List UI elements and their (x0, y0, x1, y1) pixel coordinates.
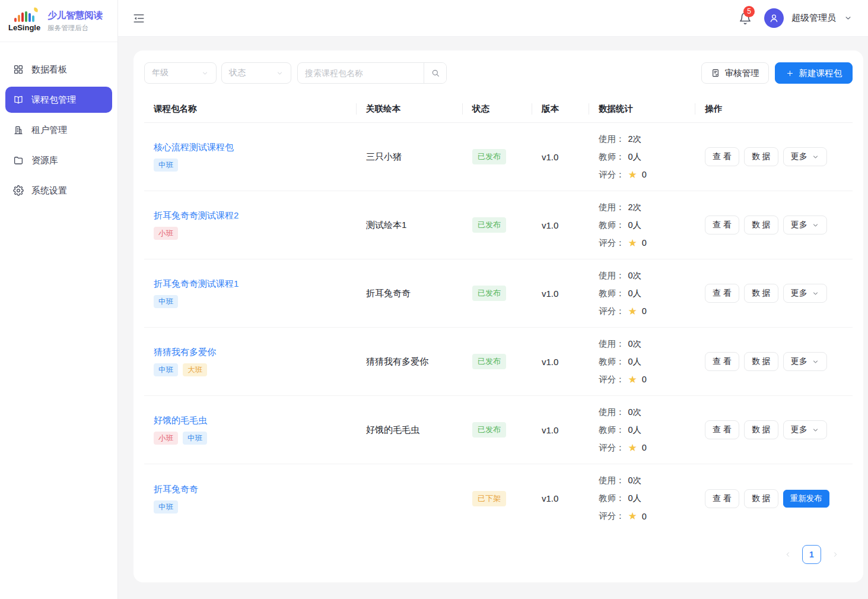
teachers-value: 0人 (628, 424, 642, 436)
row-actions: 查 看数 据更多 (695, 420, 853, 439)
sidebar: LeSingle 少儿智慧阅读 服务管理后台 数据看板课程包管理租户管理资源库系… (0, 0, 118, 599)
package-name-link[interactable]: 折耳兔奇奇 (154, 484, 198, 495)
more-button[interactable]: 更多 (783, 420, 827, 439)
audit-icon (711, 68, 720, 78)
sidebar-item-label: 租户管理 (31, 125, 67, 136)
grade-tag: 中班 (154, 363, 178, 376)
data-button[interactable]: 数 据 (744, 147, 778, 166)
teachers-value: 0人 (628, 356, 642, 367)
related-book-cell: 好饿的毛毛虫 (357, 424, 463, 436)
republish-button[interactable]: 重新发布 (783, 490, 829, 508)
grade-tag: 小班 (154, 432, 178, 445)
view-button[interactable]: 查 看 (705, 215, 739, 234)
more-button[interactable]: 更多 (783, 147, 827, 166)
view-button[interactable]: 查 看 (705, 352, 739, 371)
chevron-down-icon[interactable] (844, 14, 853, 23)
grade-tag: 中班 (154, 295, 178, 308)
status-cell: 已发布 (463, 422, 532, 438)
sidebar-item-dashboard[interactable]: 数据看板 (5, 56, 112, 83)
row-actions: 查 看数 据更多 (695, 284, 853, 303)
sidebar-item-resources[interactable]: 资源库 (5, 147, 112, 173)
data-button[interactable]: 数 据 (744, 352, 778, 371)
grade-tags: 小班 (154, 227, 347, 240)
view-button[interactable]: 查 看 (705, 420, 739, 439)
menu-fold-icon[interactable] (132, 12, 145, 25)
status-select-label: 状态 (229, 68, 246, 78)
notification-bell-icon[interactable]: 5 (739, 12, 752, 25)
grade-select[interactable]: 年级 (144, 62, 217, 84)
table-row: 猜猜我有多爱你中班大班猜猜我有多爱你已发布v1.0使用：0次教师：0人评分：★0… (144, 328, 853, 396)
version-cell: v1.0 (532, 493, 589, 503)
lesingle-logo-icon: LeSingle (8, 10, 40, 32)
more-button[interactable]: 更多 (783, 352, 827, 371)
grade-tag: 中班 (183, 432, 207, 445)
stats-cell: 使用：0次教师：0人评分：★0 (589, 472, 695, 525)
sidebar-item-label: 数据看板 (31, 64, 67, 75)
data-button[interactable]: 数 据 (744, 489, 778, 508)
review-management-button[interactable]: 审核管理 (701, 62, 769, 84)
avatar[interactable] (764, 8, 784, 28)
prev-page-button[interactable] (779, 546, 797, 563)
data-button[interactable]: 数 据 (744, 284, 778, 303)
page-number-button[interactable]: 1 (802, 545, 821, 564)
search-button[interactable] (424, 63, 446, 83)
related-book-cell: 折耳兔奇奇 (357, 288, 463, 299)
sidebar-item-course-packages[interactable]: 课程包管理 (5, 87, 112, 113)
plus-icon (786, 69, 794, 78)
status-badge: 已发布 (472, 354, 506, 369)
package-name-link[interactable]: 折耳兔奇奇测试课程1 (154, 278, 239, 290)
grade-tags: 中班 (154, 159, 347, 172)
more-button[interactable]: 更多 (783, 284, 827, 303)
search-input[interactable] (298, 63, 424, 83)
username[interactable]: 超级管理员 (791, 12, 836, 24)
package-name-link[interactable]: 折耳兔奇奇测试课程2 (154, 210, 239, 221)
content: 年级 状态 审核管理 新建课程包 (118, 37, 868, 599)
version-cell: v1.0 (532, 357, 589, 367)
sidebar-item-settings[interactable]: 系统设置 (5, 178, 112, 204)
status-select[interactable]: 状态 (221, 62, 291, 84)
view-button[interactable]: 查 看 (705, 489, 739, 508)
related-book-cell: 猜猜我有多爱你 (357, 356, 463, 367)
brand-logo-text: LeSingle (8, 23, 40, 32)
version-cell: v1.0 (532, 152, 589, 162)
create-package-button[interactable]: 新建课程包 (775, 62, 853, 84)
package-name-link[interactable]: 好饿的毛毛虫 (154, 415, 207, 426)
review-button-label: 审核管理 (725, 68, 759, 79)
grade-tag: 小班 (154, 227, 178, 240)
row-actions: 查 看数 据更多 (695, 215, 853, 234)
rating-value: 0 (642, 170, 647, 179)
package-name-link[interactable]: 猜猜我有多爱你 (154, 347, 216, 358)
related-book-cell: 三只小猪 (357, 151, 463, 163)
column-header: 版本 (532, 95, 589, 122)
next-page-button[interactable] (826, 546, 844, 563)
grade-tag: 大班 (183, 363, 207, 376)
version-cell: v1.0 (532, 425, 589, 435)
more-button[interactable]: 更多 (783, 215, 827, 234)
row-actions: 查 看数 据更多 (695, 147, 853, 166)
filter-bar: 年级 状态 审核管理 新建课程包 (144, 62, 853, 84)
view-button[interactable]: 查 看 (705, 284, 739, 303)
stats-cell: 使用：0次教师：0人评分：★0 (589, 335, 695, 388)
status-cell: 已下架 (463, 491, 532, 506)
view-button[interactable]: 查 看 (705, 147, 739, 166)
version-cell: v1.0 (532, 220, 589, 230)
data-button[interactable]: 数 据 (744, 420, 778, 439)
data-button[interactable]: 数 据 (744, 215, 778, 234)
grade-tag: 中班 (154, 159, 178, 172)
status-badge: 已发布 (472, 286, 506, 301)
sidebar-item-tenants[interactable]: 租户管理 (5, 117, 112, 143)
chevron-down-icon (276, 69, 284, 77)
star-icon: ★ (628, 511, 637, 521)
package-name-link[interactable]: 核心流程测试课程包 (154, 142, 234, 153)
column-header: 状态 (463, 95, 532, 122)
table-row: 折耳兔奇奇测试课程2小班测试绘本1已发布v1.0使用：2次教师：0人评分：★0查… (144, 191, 853, 259)
column-header: 课程包名称 (144, 95, 357, 122)
usage-value: 2次 (628, 202, 642, 213)
settings-icon (13, 185, 24, 196)
grade-select-label: 年级 (152, 68, 168, 78)
related-book-cell: 测试绘本1 (357, 220, 463, 231)
notification-badge: 5 (743, 6, 755, 17)
brand-title: 少儿智慧阅读 (47, 9, 103, 22)
stats-cell: 使用：0次教师：0人评分：★0 (589, 267, 695, 320)
star-icon: ★ (628, 375, 637, 385)
